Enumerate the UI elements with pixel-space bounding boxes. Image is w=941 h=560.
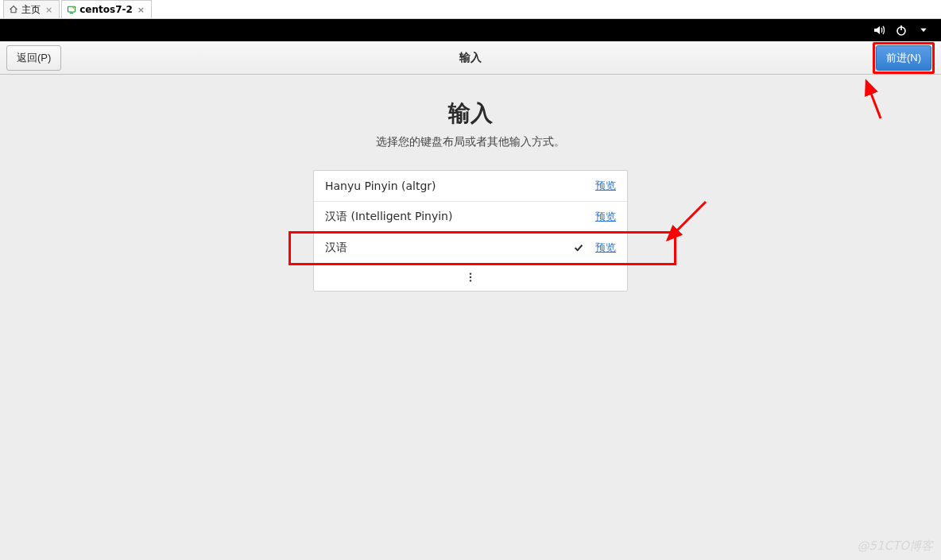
svg-point-6 [470,280,471,281]
close-icon[interactable]: × [45,5,52,15]
show-more-button[interactable] [314,264,627,291]
input-source-row-selected[interactable]: 汉语 预览 [290,233,675,264]
svg-line-7 [866,81,881,118]
annotation-forward-highlight: 前进(N) [873,42,935,74]
input-source-row[interactable]: 汉语 (Intelligent Pinyin) 预览 [314,202,627,233]
wizard-header-bar: 返回(P) 输入 前进(N) [0,41,941,75]
page-title: 输入 [459,51,482,65]
back-button[interactable]: 返回(P) [6,45,61,71]
preview-link[interactable]: 预览 [595,210,616,224]
browser-tabs-bar: 主页 × centos7-2 × [0,0,941,19]
home-icon [9,5,18,14]
watermark: @51CTO博客 [857,539,933,554]
chevron-down-icon[interactable] [917,24,930,37]
content-subtitle: 选择您的键盘布局或者其他输入方式。 [376,135,565,149]
browser-tab-home[interactable]: 主页 × [3,0,60,18]
content-title: 输入 [448,98,493,129]
sound-icon[interactable] [873,24,885,37]
more-icon [465,272,476,283]
tab-label: 主页 [21,3,41,17]
check-icon [573,242,584,253]
forward-button[interactable]: 前进(N) [876,45,931,71]
gnome-top-bar [0,19,941,41]
preview-link[interactable]: 预览 [595,179,616,193]
browser-tab-vm[interactable]: centos7-2 × [61,0,152,18]
power-icon[interactable] [895,24,908,37]
input-source-name: Hanyu Pinyin (altgr) [325,180,436,192]
close-icon[interactable]: × [137,5,145,15]
svg-point-4 [470,272,471,274]
svg-point-1 [72,7,74,9]
svg-point-5 [470,276,471,278]
vm-icon [67,5,76,14]
input-source-name: 汉语 [325,241,347,255]
input-source-name: 汉语 (Intelligent Pinyin) [325,210,452,224]
tab-label: centos7-2 [79,4,133,15]
content-area: 输入 选择您的键盘布局或者其他输入方式。 Hanyu Pinyin (altgr… [0,75,941,560]
input-source-list: Hanyu Pinyin (altgr) 预览 汉语 (Intelligent … [313,170,628,292]
input-source-row[interactable]: Hanyu Pinyin (altgr) 预览 [314,171,627,202]
annotation-arrow [858,75,906,122]
preview-link[interactable]: 预览 [595,241,616,255]
